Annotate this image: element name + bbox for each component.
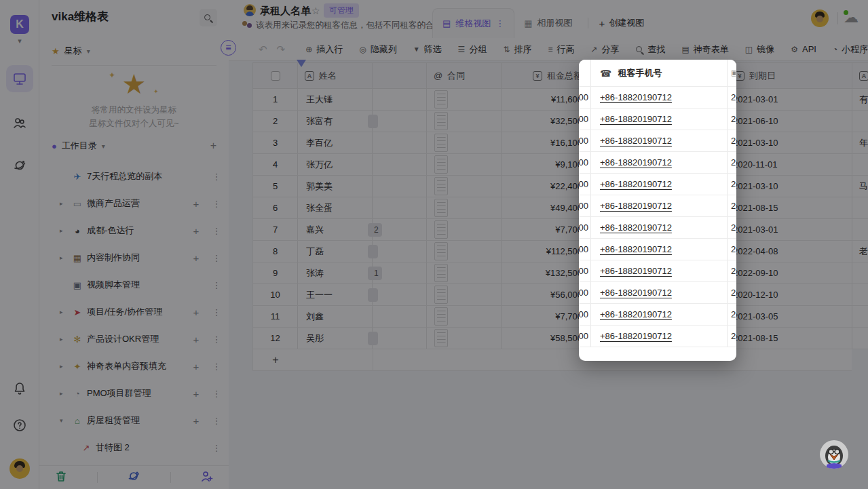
due-date-fragment: 2022-04-08 <box>728 239 736 260</box>
app-window: K ▾ vika维格表 ★ 星标 ▾ ✦ ✦ ★ <box>0 0 868 489</box>
phone-link[interactable]: +86-18820190712 <box>600 309 672 319</box>
phone-link[interactable]: +86-18820190712 <box>600 157 672 168</box>
spotlight-rows: ¥11,600 +86-18820190712 2021-03-01 ¥32,5… <box>579 87 736 347</box>
spotlight-row[interactable]: ¥11,600 +86-18820190712 2021-03-01 <box>579 87 736 109</box>
spotlight-column-header[interactable]: ☎ 租客手机号 ▣ <box>579 60 736 87</box>
due-date-fragment: 2020-12-10 <box>728 282 736 303</box>
due-date-fragment: 2021-03-05 <box>728 304 736 325</box>
phone-link[interactable]: +86-18820190712 <box>600 92 672 102</box>
due-date-fragment: 2021-03-01 <box>728 217 736 238</box>
rent-tail-fragment: ¥16,100 <box>579 130 590 151</box>
rent-tail-fragment: ¥11,600 <box>579 87 590 108</box>
spotlight-row[interactable]: ¥58,500 +86-18820190712 2021-08-15 <box>579 326 736 347</box>
spotlight-overlay[interactable] <box>0 0 868 489</box>
due-date-fragment: 2021-03-01 <box>728 87 736 108</box>
due-date-fragment: 2022-09-10 <box>728 260 736 281</box>
spotlight-row[interactable]: ¥16,100 +86-18820190712 2021-03-10 <box>579 130 736 152</box>
phone-link[interactable]: +86-18820190712 <box>600 331 672 341</box>
spotlight-row[interactable]: ¥32,500 +86-18820190712 2021-06-10 <box>579 109 736 130</box>
spotlight-row[interactable]: ¥112,500 +86-18820190712 2022-04-08 <box>579 239 736 260</box>
spotlight-row[interactable]: ¥49,400 +86-18820190712 2021-08-15 <box>579 195 736 217</box>
rent-tail-fragment: ¥132,500 <box>579 260 590 281</box>
phone-link[interactable]: +86-18820190712 <box>600 288 672 298</box>
rent-tail-fragment: ¥22,400 <box>579 174 590 195</box>
rent-tail-fragment: ¥112,500 <box>579 239 590 260</box>
rent-tail-fragment: ¥32,500 <box>579 109 590 130</box>
spotlight-row[interactable]: ¥7,700 +86-18820190712 2021-03-05 <box>579 304 736 326</box>
rent-tail-fragment: ¥7,700 <box>579 217 590 238</box>
due-date-fragment: 2020-11-01 <box>728 152 736 173</box>
phone-link[interactable]: +86-18820190712 <box>600 266 672 276</box>
rent-tail-fragment: ¥49,400 <box>579 195 590 216</box>
due-date-fragment: 2021-06-10 <box>728 109 736 130</box>
rent-tail-fragment: ¥56,000 <box>579 282 590 303</box>
phone-link[interactable]: +86-18820190712 <box>600 114 672 124</box>
phone-link[interactable]: +86-18820190712 <box>600 179 672 189</box>
phone-field-icon: ☎ <box>600 68 611 79</box>
rent-tail-fragment: ¥7,700 <box>579 304 590 325</box>
spotlight-row[interactable]: ¥22,400 +86-18820190712 2021-03-10 <box>579 174 736 195</box>
due-date-fragment: 2021-08-15 <box>728 326 736 347</box>
phone-link[interactable]: +86-18820190712 <box>600 201 672 211</box>
due-date-fragment: 2021-03-10 <box>728 130 736 151</box>
phone-link[interactable]: +86-18820190712 <box>600 244 672 254</box>
spotlight-column-title: 租客手机号 <box>618 67 662 79</box>
phone-link[interactable]: +86-18820190712 <box>600 136 672 146</box>
rent-tail-fragment: ¥9,100 <box>579 152 590 173</box>
spotlight-row[interactable]: ¥132,500 +86-18820190712 2022-09-10 <box>579 260 736 282</box>
phone-link[interactable]: +86-18820190712 <box>600 222 672 233</box>
spotlight-row[interactable]: ¥56,000 +86-18820190712 2020-12-10 <box>579 282 736 304</box>
spotlight-phone-column: ☎ 租客手机号 ▣ ¥11,600 +86-18820190712 2021-0… <box>579 60 736 361</box>
spotlight-row[interactable]: ¥7,700 +86-18820190712 2021-03-01 <box>579 217 736 239</box>
due-date-fragment: 2021-08-15 <box>728 195 736 216</box>
due-date-fragment: 2021-03-10 <box>728 174 736 195</box>
rent-tail-fragment: ¥58,500 <box>579 326 590 347</box>
assistant-mascot-button[interactable] <box>819 439 849 469</box>
spotlight-row[interactable]: ¥9,100 +86-18820190712 2020-11-01 <box>579 152 736 174</box>
